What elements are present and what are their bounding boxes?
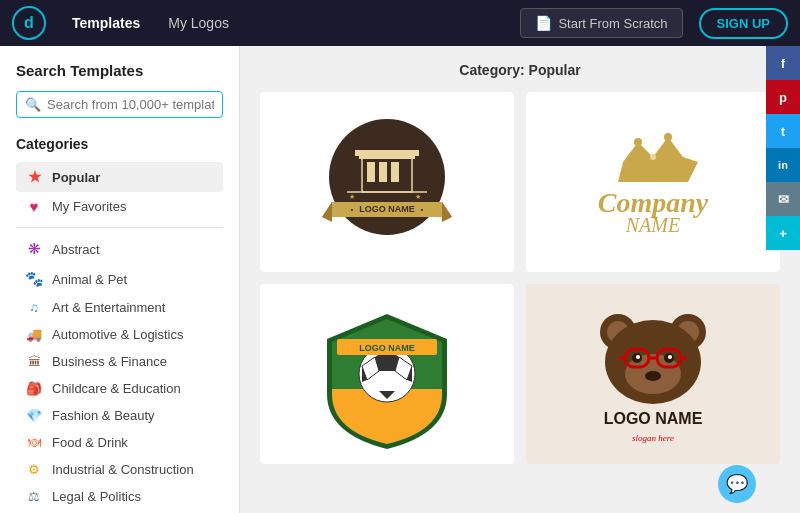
content-area: Category: Popular (240, 46, 800, 513)
abstract-icon: ❋ (24, 240, 44, 258)
sidebar-item-business[interactable]: 🏛 Business & Finance (16, 348, 223, 375)
nav-my-logos[interactable]: My Logos (158, 9, 239, 37)
document-icon: 📄 (535, 15, 552, 31)
svg-point-19 (650, 154, 656, 160)
sidebar-item-animal[interactable]: 🐾 Animal & Pet (16, 264, 223, 294)
sidebar-item-popular[interactable]: ★ Popular (16, 162, 223, 192)
favorites-icon: ♥ (24, 198, 44, 215)
share-more-button[interactable]: + (766, 216, 800, 250)
svg-rect-7 (391, 162, 399, 182)
svg-marker-2 (322, 202, 332, 222)
search-section-title: Search Templates (16, 62, 223, 79)
svg-rect-9 (355, 150, 419, 156)
sidebar-item-auto[interactable]: 🚚 Automotive & Logistics (16, 321, 223, 348)
svg-text:•: • (421, 205, 424, 214)
social-bar: f p t in ✉ + (766, 46, 800, 250)
start-from-scratch-button[interactable]: 📄 Start From Scratch (520, 8, 682, 38)
svg-marker-16 (618, 137, 698, 182)
linkedin-button[interactable]: in (766, 148, 800, 182)
svg-point-48 (636, 355, 640, 359)
fashion-icon: 💎 (24, 408, 44, 423)
svg-point-18 (664, 133, 672, 141)
facebook-button[interactable]: f (766, 46, 800, 80)
sign-up-button[interactable]: SIGN UP (699, 8, 788, 39)
business-icon: 🏛 (24, 354, 44, 369)
pinterest-button[interactable]: p (766, 80, 800, 114)
animal-icon: 🐾 (24, 270, 44, 288)
svg-text:★: ★ (396, 405, 405, 416)
food-icon: 🍽 (24, 435, 44, 450)
popular-icon: ★ (24, 168, 44, 186)
logo-grid: ★ ★ LOGO NAME • • (260, 92, 780, 464)
svg-text:LOGO NAME: LOGO NAME (359, 204, 415, 214)
sidebar-item-childcare[interactable]: 🎒 Childcare & Education (16, 375, 223, 402)
svg-point-17 (634, 138, 642, 146)
sidebar-item-legal[interactable]: ⚖ Legal & Politics (16, 483, 223, 510)
logo-card-3[interactable]: ★ ★ ★ LOGO NAME (260, 284, 514, 464)
nav-templates[interactable]: Templates (62, 9, 150, 37)
svg-text:LOGO NAME: LOGO NAME (359, 343, 415, 353)
sidebar-item-fashion[interactable]: 💎 Fashion & Beauty (16, 402, 223, 429)
svg-text:★: ★ (384, 405, 393, 416)
sidebar: Search Templates 🔍 Categories ★ Popular … (0, 46, 240, 513)
main-layout: Search Templates 🔍 Categories ★ Popular … (0, 46, 800, 513)
svg-text:NAME: NAME (625, 214, 680, 236)
childcare-icon: 🎒 (24, 381, 44, 396)
svg-text:★: ★ (349, 193, 355, 200)
sidebar-item-abstract[interactable]: ❋ Abstract (16, 234, 223, 264)
svg-text:LOGO NAME: LOGO NAME (604, 410, 703, 427)
svg-marker-3 (442, 202, 452, 222)
svg-text:★: ★ (372, 405, 381, 416)
sidebar-item-food[interactable]: 🍽 Food & Drink (16, 429, 223, 456)
search-icon: 🔍 (25, 97, 41, 112)
industrial-icon: ⚙ (24, 462, 44, 477)
svg-point-49 (668, 355, 672, 359)
header: d Templates My Logos 📄 Start From Scratc… (0, 0, 800, 46)
svg-rect-5 (367, 162, 375, 182)
sidebar-item-art[interactable]: ♫ Art & Entertainment (16, 294, 223, 321)
email-button[interactable]: ✉ (766, 182, 800, 216)
chat-button[interactable]: 💬 (718, 465, 756, 503)
logo-card-1[interactable]: ★ ★ LOGO NAME • • (260, 92, 514, 272)
logo-card-2[interactable]: Company NAME (526, 92, 780, 272)
header-nav: Templates My Logos (62, 9, 239, 37)
twitter-button[interactable]: t (766, 114, 800, 148)
search-input[interactable] (47, 97, 214, 112)
app-logo[interactable]: d (12, 6, 46, 40)
sidebar-item-favorites[interactable]: ♥ My Favorites (16, 192, 223, 221)
categories-title: Categories (16, 136, 223, 152)
svg-text:★: ★ (415, 193, 421, 200)
svg-text:slogan here: slogan here (632, 433, 674, 443)
svg-text:•: • (351, 205, 354, 214)
legal-icon: ⚖ (24, 489, 44, 504)
search-box[interactable]: 🔍 (16, 91, 223, 118)
art-icon: ♫ (24, 300, 44, 315)
sidebar-item-industrial[interactable]: ⚙ Industrial & Construction (16, 456, 223, 483)
logo-card-4[interactable]: LOGO NAME slogan here (526, 284, 780, 464)
category-header: Category: Popular (260, 62, 780, 78)
svg-rect-6 (379, 162, 387, 182)
auto-icon: 🚚 (24, 327, 44, 342)
svg-point-40 (645, 371, 661, 381)
